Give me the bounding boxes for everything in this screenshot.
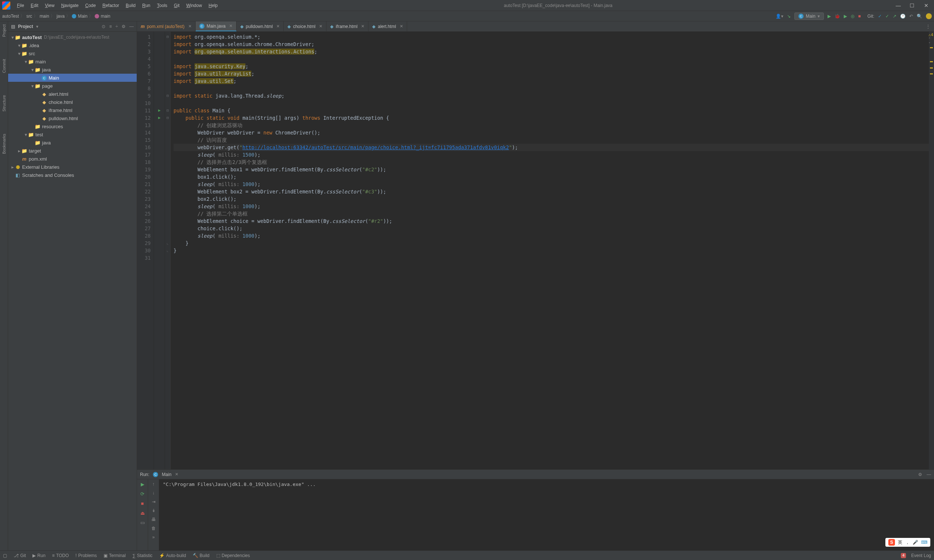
menu-run[interactable]: Run — [139, 2, 153, 9]
down-icon[interactable]: ↓ — [152, 490, 155, 495]
tree-item-java[interactable]: ▾📁java — [8, 66, 137, 74]
profile-button-icon[interactable]: ◎ — [851, 14, 854, 19]
up-icon[interactable]: ↑ — [152, 482, 155, 487]
code-line-17[interactable]: sleep( millis: 1500); — [174, 151, 929, 158]
code-line-28[interactable]: sleep( millis: 1000); — [174, 232, 929, 240]
hide-panel-icon[interactable]: — — [926, 472, 931, 477]
close-tab-icon[interactable]: ✕ — [361, 24, 365, 29]
tree-item-main[interactable]: ▾📁main — [8, 57, 137, 66]
tree-item-iframe-html[interactable]: ◆iframe.html — [8, 106, 137, 114]
code-line-31[interactable] — [174, 254, 929, 262]
menu-code[interactable]: Code — [82, 2, 99, 9]
tree-item-test[interactable]: ▾📁test — [8, 131, 137, 138]
warning-mark[interactable] — [930, 73, 933, 74]
code-line-3[interactable]: import org.openqa.selenium.interactions.… — [174, 48, 929, 55]
fold-gutter[interactable]: ⊟⊟⊟⊟⌞⌞ — [165, 32, 170, 469]
breadcrumb-item[interactable]: java — [56, 14, 65, 19]
code-line-22[interactable]: WebElement box2 = webDriver.findElement(… — [174, 188, 929, 195]
tree-root[interactable]: ▾📁autoTestD:\javaEE_code\java-ee\autoTes… — [8, 33, 137, 41]
code-line-6[interactable]: import java.util.ArrayList; — [174, 70, 929, 77]
code-line-24[interactable]: sleep( millis: 1000); — [174, 203, 929, 210]
code-line-13[interactable]: // 创建浏览器驱动 — [174, 122, 929, 129]
warning-mark[interactable] — [930, 61, 933, 62]
git-history-icon[interactable]: 🕐 — [900, 14, 906, 19]
status-problems[interactable]: !Problems — [75, 553, 97, 558]
status-dependencies[interactable]: ⬚Dependencies — [216, 553, 250, 558]
settings-gear-icon[interactable]: ⚙ — [122, 24, 126, 29]
code-line-7[interactable]: import java.util.Set; — [174, 77, 929, 85]
git-commit-icon[interactable]: ✓ — [885, 14, 889, 19]
coverage-button-icon[interactable]: ▶ — [844, 14, 847, 19]
git-rollback-icon[interactable]: ↶ — [909, 14, 913, 19]
code-line-8[interactable] — [174, 85, 929, 92]
run-gutter[interactable]: ▶▶ — [154, 32, 165, 469]
editor-tab-iframe-html[interactable]: ◆iframe.html✕ — [326, 22, 368, 31]
tool-stripe-structure[interactable]: Structure — [2, 95, 6, 112]
code-line-18[interactable]: // 选择并点击2/3两个复选框 — [174, 158, 929, 166]
code-line-26[interactable]: WebElement choice = webDriver.findElemen… — [174, 217, 929, 225]
maximize-button[interactable]: ☐ — [910, 3, 915, 8]
code-editor[interactable]: 1234567891011121314151617181920212223242… — [137, 32, 934, 469]
code-line-9[interactable]: import static java.lang.Thread.sleep; — [174, 92, 929, 100]
tree-item-alert-html[interactable]: ◆alert.html — [8, 90, 137, 98]
status-build[interactable]: 🔨Build — [193, 553, 210, 558]
tool-stripe-project[interactable]: Project — [2, 24, 6, 37]
tool-windows-icon[interactable]: ▢ — [3, 553, 7, 558]
code-content[interactable]: import org.openqa.selenium.*;import org.… — [170, 32, 929, 469]
code-line-30[interactable]: } — [174, 247, 929, 254]
breadcrumb-item[interactable]: Main — [78, 14, 87, 19]
breadcrumb-item[interactable]: autoTest — [2, 14, 19, 19]
chevron-down-icon[interactable]: ▾ — [36, 24, 38, 29]
code-line-2[interactable]: import org.openqa.selenium.chrome.Chrome… — [174, 40, 929, 48]
editor-tab-choice-html[interactable]: ◆choice.html✕ — [284, 22, 326, 31]
tree-item-src[interactable]: ▾📁src — [8, 49, 137, 57]
code-line-20[interactable]: box1.click(); — [174, 173, 929, 180]
expand-all-icon[interactable]: ≡ — [109, 24, 112, 29]
code-line-4[interactable] — [174, 55, 929, 63]
menu-file[interactable]: File — [14, 2, 27, 9]
collapse-all-icon[interactable]: ÷ — [115, 24, 118, 29]
users-icon[interactable]: 👤▾ — [776, 14, 783, 19]
status-statistic[interactable]: ∑Statistic — [132, 553, 152, 558]
menu-git[interactable]: Git — [171, 2, 182, 9]
menu-view[interactable]: View — [42, 2, 57, 9]
clear-icon[interactable]: 🗑 — [151, 526, 156, 531]
warning-mark[interactable] — [930, 47, 933, 48]
rerun-icon[interactable]: ▶ — [140, 482, 146, 488]
breadcrumb-item[interactable]: src — [26, 14, 32, 19]
code-line-19[interactable]: WebElement box1 = webDriver.findElement(… — [174, 166, 929, 173]
editor-tab-pulldown-html[interactable]: ◆pulldown.html✕ — [237, 22, 284, 31]
tree-item-main[interactable]: CMain — [8, 74, 137, 82]
tree-item--idea[interactable]: ▾📁.idea — [8, 41, 137, 49]
status-run[interactable]: ▶Run — [32, 553, 45, 558]
tree-item-page[interactable]: ▾📁page — [8, 82, 137, 90]
tree-item-pulldown-html[interactable]: ◆pulldown.html — [8, 114, 137, 122]
git-push-icon[interactable]: ↗ — [893, 14, 896, 19]
menu-help[interactable]: Help — [206, 2, 221, 9]
tool-stripe-bookmarks[interactable]: Bookmarks — [2, 134, 6, 154]
tree-item-pom-xml[interactable]: mpom.xml — [8, 155, 137, 163]
expand-icon[interactable]: » — [152, 535, 155, 540]
breadcrumb-item[interactable]: main — [39, 14, 49, 19]
ide-settings-icon[interactable] — [926, 13, 932, 19]
git-update-icon[interactable]: ✓ — [878, 14, 882, 19]
hide-panel-icon[interactable]: — — [129, 24, 134, 29]
tree-scratches[interactable]: ◧Scratches and Consoles — [8, 171, 137, 179]
status-todo[interactable]: ≡TODO — [52, 553, 69, 558]
layout-icon[interactable]: ▭ — [140, 520, 146, 526]
menu-edit[interactable]: Edit — [28, 2, 41, 9]
rerun-alt-icon[interactable]: ⟳ — [140, 491, 146, 497]
locate-icon[interactable]: ⊙ — [102, 24, 105, 29]
code-line-14[interactable]: WebDriver webDriver = new ChromeDriver()… — [174, 129, 929, 136]
menu-refactor[interactable]: Refactor — [100, 2, 122, 9]
minimize-button[interactable]: — — [896, 3, 901, 8]
code-line-16[interactable]: webDriver.get("http://localhost:63342/au… — [174, 144, 929, 151]
code-line-21[interactable]: sleep( millis: 1000); — [174, 180, 929, 188]
menu-navigate[interactable]: Navigate — [58, 2, 82, 9]
status-auto-build[interactable]: ⚡Auto-build — [159, 553, 186, 558]
editor-tab-alert-html[interactable]: ◆alert.html✕ — [368, 22, 407, 31]
code-line-11[interactable]: public class Main { — [174, 107, 929, 114]
code-line-10[interactable] — [174, 100, 929, 107]
menu-tools[interactable]: Tools — [154, 2, 170, 9]
close-tab-icon[interactable]: ✕ — [229, 23, 232, 28]
